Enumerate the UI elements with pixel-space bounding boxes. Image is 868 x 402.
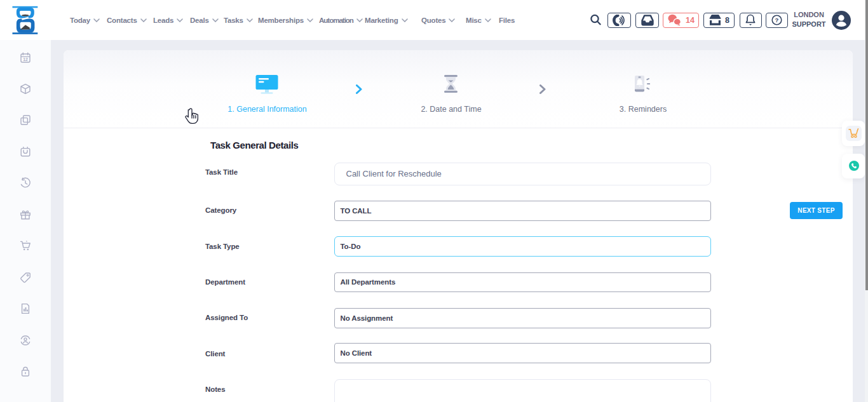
svg-text:12: 12 — [23, 57, 28, 62]
svg-text:?: ? — [775, 17, 779, 23]
